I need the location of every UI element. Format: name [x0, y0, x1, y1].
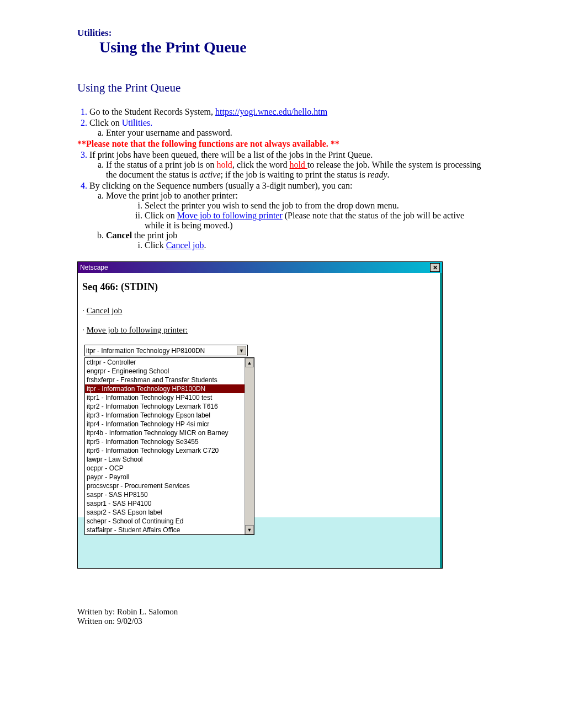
steps-list-cont: If print jobs have been queued, there wi… [77, 150, 486, 250]
section-label: Utilities: [77, 28, 486, 39]
srs-link[interactable]: https://yogi.wnec.edu/hello.htm [215, 107, 327, 116]
step-1-text: Go to the Student Records System, [89, 107, 215, 116]
printer-option[interactable]: itpr3 - Information Technology Epson lab… [85, 411, 245, 420]
titlebar-text: Netscape [80, 264, 108, 271]
printer-option[interactable]: staffairpr - Student Affairs Office [85, 526, 245, 534]
cancel-job-row: ·Cancel job [82, 306, 438, 315]
bullet-icon: · [82, 306, 84, 315]
printer-option[interactable]: itpr6 - Information Technology Lexmark C… [85, 446, 245, 455]
step-4a-ii: Click on Move job to following printer (… [145, 211, 486, 231]
scroll-down-icon[interactable]: ▼ [245, 525, 254, 534]
right-accent [440, 273, 442, 517]
step-4a: Move the print job to another printer: S… [106, 191, 486, 231]
bullet-icon: · [82, 325, 84, 334]
printer-option[interactable]: schepr - School of Continuing Ed [85, 517, 245, 526]
step-4: By clicking on the Sequence numbers (usu… [89, 181, 486, 250]
step-4b-i: Click Cancel job. [145, 240, 486, 250]
step-3: If print jobs have been queued, there wi… [89, 150, 486, 180]
sequence-header: Seq 466: (STDIN) [82, 281, 438, 293]
step-3a: If the status of a print job is on hold,… [106, 160, 486, 180]
hold-link[interactable]: hold [289, 160, 307, 169]
subtitle: Using the Print Queue [77, 81, 486, 95]
step-4b: Cancel the print job Click Cancel job. [106, 231, 486, 250]
footer: Written by: Robin L. Salomon Written on:… [77, 607, 486, 626]
printer-combo[interactable]: itpr - Information Technology HP8100DN ▼ [84, 345, 248, 356]
steps-list: Go to the Student Records System, https:… [77, 107, 486, 138]
printer-option[interactable]: ocppr - OCP [85, 464, 245, 473]
written-on: Written on: 9/02/03 [77, 617, 486, 626]
printer-option[interactable]: saspr2 - SAS Epson label [85, 508, 245, 517]
scrollbar[interactable]: ▲ ▼ [245, 358, 254, 534]
step-2-text: Click on [89, 118, 122, 127]
printer-option[interactable]: ctlrpr - Controller [85, 358, 245, 367]
step-2a: Enter your username and password. [106, 128, 486, 138]
combo-selected-text: itpr - Information Technology HP8100DN [86, 347, 205, 355]
app-body: Seq 466: (STDIN) ·Cancel job ·Move job t… [78, 273, 442, 517]
utilities-word: Utilities. [122, 118, 153, 127]
printer-option[interactable]: itpr2 - Information Technology Lexmark T… [85, 402, 245, 411]
printer-option[interactable]: itpr - Information Technology HP8100DN [85, 384, 245, 393]
move-job-link[interactable]: Move job to following printer [177, 211, 283, 220]
availability-note: **Please note that the following functio… [77, 139, 486, 149]
printer-option[interactable]: saspr - SAS HP8150 [85, 490, 245, 499]
step-1: Go to the Student Records System, https:… [89, 107, 486, 117]
printer-option[interactable]: itpr4b - Information Technology MICR on … [85, 429, 245, 437]
move-job-action[interactable]: Move job to following printer: [87, 325, 188, 334]
printer-option[interactable]: engrpr - Engineering School [85, 367, 245, 376]
printer-option[interactable]: frshxferpr - Freshman and Transfer Stude… [85, 376, 245, 384]
printer-option[interactable]: itpr5 - Information Technology Se3455 [85, 437, 245, 446]
cancel-job-link[interactable]: Cancel job [166, 240, 204, 250]
printer-option[interactable]: procsvcspr - Procurement Services [85, 481, 245, 490]
chevron-down-icon[interactable]: ▼ [237, 346, 246, 355]
printer-listbox[interactable]: ctlrpr - Controllerengrpr - Engineering … [84, 357, 254, 535]
close-icon[interactable]: ✕ [430, 263, 440, 272]
step-2: Click on Utilities. Enter your username … [89, 118, 486, 138]
scroll-up-icon[interactable]: ▲ [245, 358, 254, 367]
printer-option[interactable]: saspr1 - SAS HP4100 [85, 499, 245, 508]
main-title: Using the Print Queue [99, 39, 486, 56]
printer-option[interactable]: itpr4 - Information Technology HP 4si mi… [85, 420, 245, 429]
move-job-row: ·Move job to following printer: [82, 325, 438, 335]
step-4a-i: Select the printer you wish to send the … [145, 201, 486, 211]
printer-option[interactable]: itpr1 - Information Technology HP4100 te… [85, 393, 245, 402]
netscape-screenshot: Netscape ✕ Seq 466: (STDIN) ·Cancel job … [77, 261, 443, 569]
cancel-job-action[interactable]: Cancel job [87, 306, 123, 315]
printer-option[interactable]: lawpr - Law School [85, 455, 245, 464]
written-by: Written by: Robin L. Salomon [77, 607, 486, 617]
printer-option[interactable]: paypr - Payroll [85, 473, 245, 481]
titlebar: Netscape ✕ [78, 262, 442, 273]
